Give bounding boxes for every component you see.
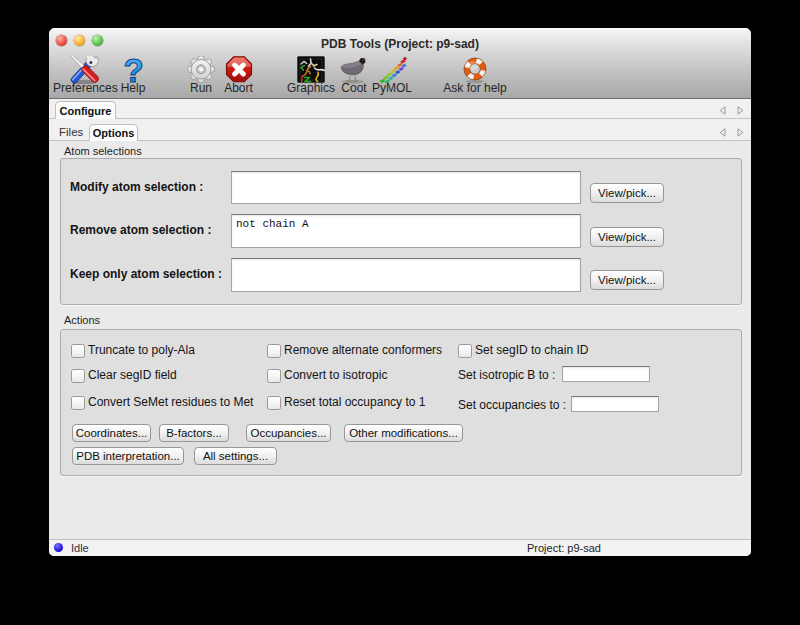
svg-text:?: ? xyxy=(123,56,143,84)
